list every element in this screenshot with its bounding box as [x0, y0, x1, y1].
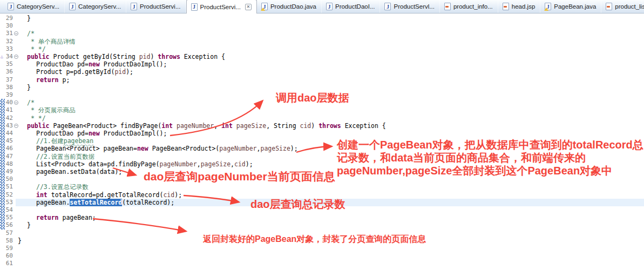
code-segment: );: [174, 191, 182, 199]
tab-productservl[interactable]: ProductServl...: [380, 0, 439, 13]
code-segment: ProductDao pd=: [36, 60, 89, 68]
code-segment: new: [89, 60, 100, 68]
tab-product-list[interactable]: product_list...: [601, 0, 644, 13]
line-number: 37: [0, 76, 13, 83]
tab-pagebean-java[interactable]: PageBean.java: [540, 0, 601, 13]
code-segment: totalRecord=pd.getTotalRecord(: [48, 191, 164, 199]
warning-overlay-icon: [544, 8, 548, 11]
code-segment: pageNumber: [177, 122, 214, 130]
override-marker-icon: △: [1, 54, 3, 59]
code-segment: [173, 122, 177, 130]
code-segment: pid: [139, 53, 151, 60]
annotation-pagebean-description: 创建一个PageBean对象，把从数据库中查询到的totalRecord总记录数…: [337, 138, 643, 177]
code-line: ProductDao pd=new ProductDaoImpl();: [18, 60, 644, 68]
code-segment: int: [221, 122, 233, 130]
line-number: 45: [0, 137, 13, 144]
line-number: 61: [0, 260, 13, 267]
code-segment: pageNumber: [159, 160, 196, 168]
tab-productdao-java[interactable]: ProductDao.java: [257, 0, 322, 13]
line-number: 52: [0, 191, 13, 198]
code-segment: ProductDaoImpl();: [100, 60, 167, 68]
code-segment: //3.设置总记录数: [36, 183, 89, 191]
line-number: 55: [0, 214, 13, 221]
code-segment: setTotalRecord: [70, 199, 122, 206]
code-segment: ProductDao pd=: [36, 130, 89, 137]
code-segment: }: [27, 84, 31, 91]
java-file-icon: [8, 3, 14, 10]
line-number: 46: [0, 145, 13, 152]
code-segment: );: [126, 68, 133, 76]
code-line: //3.设置总记录数: [18, 183, 644, 191]
tab-label: PageBean.java: [554, 3, 596, 10]
code-segment: int: [36, 191, 48, 199]
tab-productdaoi[interactable]: ProductDaoI...: [322, 0, 381, 13]
tab-label: ProductDaoI...: [335, 3, 375, 10]
tab-label: product_info...: [453, 3, 493, 10]
code-segment: return: [36, 76, 59, 84]
code-line: public Product getById(String pid) throw…: [18, 53, 644, 60]
java-file-icon: [131, 3, 137, 10]
tab-categoryserv[interactable]: CategoryServ...: [3, 0, 65, 13]
code-segment: pageBean;: [59, 214, 96, 221]
code-segment: //2.设置当前页数据: [36, 153, 94, 160]
code-line: ProductDao pd=new ProductDaoImpl();: [18, 130, 644, 137]
eclipse-editor-window: CategoryServ...CategoryServ...ProductSer…: [0, 0, 644, 270]
line-number: 33: [0, 45, 13, 52]
line-number: 53: [0, 199, 13, 206]
tab-bar: CategoryServ...CategoryServ...ProductSer…: [0, 0, 644, 14]
tab-label: ProductServi...: [200, 4, 241, 10]
code-segment: public: [27, 122, 50, 130]
tab-close-icon[interactable]: [245, 4, 252, 10]
line-number: 50: [0, 176, 13, 183]
annotation-dao-query-total-record: dao层查询总记录数: [250, 198, 345, 211]
java-file-icon: [261, 3, 268, 10]
code-segment: p;: [59, 76, 70, 84]
code-segment: pageSize: [236, 122, 266, 130]
code-segment: pid: [114, 68, 126, 76]
code-line: Product p=pd.getById(pid);: [18, 68, 644, 76]
code-segment: );: [246, 160, 253, 168]
java-file-icon: [545, 3, 551, 10]
code-segment: Product getById(String: [50, 53, 139, 60]
code-segment: cid: [234, 160, 246, 168]
line-number: 32: [0, 38, 13, 45]
line-number: 49: [0, 168, 13, 175]
code-segment: * */: [27, 45, 46, 53]
tab-product-info[interactable]: product_info...: [440, 0, 498, 13]
code-line: return pageBean;: [18, 214, 644, 221]
line-number: 54: [0, 206, 13, 213]
code-line: /*: [18, 30, 644, 37]
annotation-dao-query-page-info: dao层查询pageNumber当前页面信息: [144, 170, 335, 184]
java-file-icon: [326, 3, 333, 10]
code-segment: cid: [163, 191, 174, 199]
jsp-file-icon: [606, 3, 612, 10]
code-segment: //1.创建: [36, 137, 64, 145]
line-number: 35: [0, 60, 13, 68]
line-number: 51: [0, 183, 13, 190]
line-number: 40: [0, 99, 13, 106]
code-line: }: [18, 15, 644, 22]
code-segment: }: [18, 237, 22, 245]
code-segment: pageBean.setData(data);: [36, 168, 122, 176]
tab-head-jsp[interactable]: head.jsp: [498, 0, 540, 13]
tab-label: CategoryServ...: [78, 3, 121, 10]
code-segment: int: [161, 122, 173, 130]
code-line: }: [18, 84, 644, 91]
code-line: return p;: [18, 76, 644, 84]
code-segment: * 单个商品详情: [27, 38, 76, 45]
code-line: }: [18, 221, 644, 229]
code-segment: [233, 122, 236, 130]
line-number: 44: [0, 130, 13, 137]
line-number: 59: [0, 245, 13, 252]
code-segment: }: [27, 221, 31, 229]
code-segment: pageSize: [201, 160, 231, 168]
tab-categoryserv[interactable]: CategoryServ...: [65, 0, 126, 13]
jsp-mark-icon: [607, 6, 610, 8]
code-line: * */: [18, 114, 644, 122]
code-segment: ,: [214, 122, 221, 130]
tab-productservi[interactable]: ProductServi...: [126, 0, 186, 13]
tab-label: product_list...: [615, 3, 644, 10]
code-segment: return: [36, 214, 59, 221]
line-number: 29: [0, 15, 13, 22]
tab-productservi[interactable]: ProductServi...: [186, 0, 257, 14]
